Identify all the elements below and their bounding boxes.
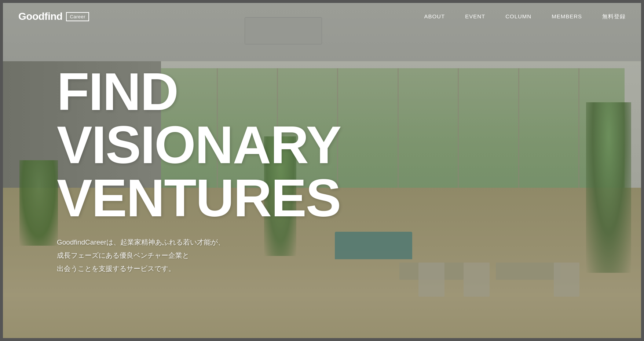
nav-item-members[interactable]: MEMBERS	[552, 13, 582, 20]
nav-link-event[interactable]: EVENT	[465, 13, 485, 19]
hero-title-line2: VISIONARY	[57, 118, 451, 172]
logo-area: Goodfind Career	[18, 11, 89, 22]
hero-title: FIND VISIONARY VENTURES	[57, 65, 451, 225]
hero-title-line1: FIND	[57, 65, 451, 118]
nav-link-register[interactable]: 無料登録	[602, 13, 626, 19]
hero-subtitle-line1: GoodfindCareerは、起業家精神あふれる若い才能が、	[57, 236, 451, 249]
hero-title-line3: VENTURES	[57, 172, 451, 225]
navbar: Goodfind Career ABOUT EVENT COLUMN MEMBE…	[0, 0, 644, 33]
nav-link-column[interactable]: COLUMN	[505, 13, 531, 19]
nav-link-members[interactable]: MEMBERS	[552, 13, 582, 19]
hero-subtitle-line3: 出会うことを支援するサービスです。	[57, 263, 451, 276]
page-wrapper: Goodfind Career ABOUT EVENT COLUMN MEMBE…	[0, 0, 644, 341]
nav-link-about[interactable]: ABOUT	[424, 13, 445, 19]
hero-content: FIND VISIONARY VENTURES GoodfindCareerは、…	[0, 65, 451, 275]
nav-links: ABOUT EVENT COLUMN MEMBERS 無料登録	[424, 13, 626, 20]
nav-item-column[interactable]: COLUMN	[505, 13, 531, 20]
nav-item-event[interactable]: EVENT	[465, 13, 485, 20]
hero-subtitle-line2: 成長フェーズにある優良ベンチャー企業と	[57, 249, 451, 262]
logo-career-badge: Career	[66, 12, 89, 21]
nav-item-register[interactable]: 無料登録	[602, 13, 626, 20]
logo-goodfind-text: Goodfind	[18, 11, 62, 22]
hero-subtitle: GoodfindCareerは、起業家精神あふれる若い才能が、 成長フェーズにあ…	[57, 236, 451, 275]
nav-item-about[interactable]: ABOUT	[424, 13, 445, 20]
